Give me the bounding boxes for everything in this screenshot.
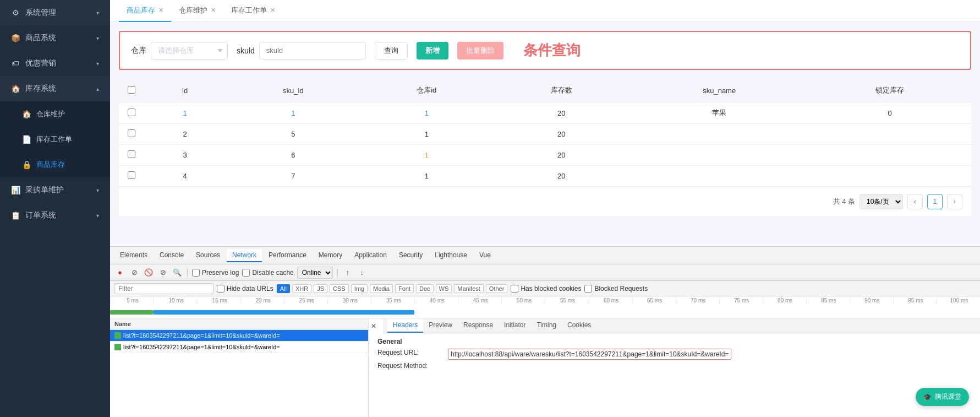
has-blocked-cookies-checkbox[interactable]: [511, 285, 518, 293]
detail-close-button[interactable]: ✕: [369, 319, 379, 333]
devtools-tab-memory[interactable]: Memory: [313, 249, 348, 262]
tab-close-icon[interactable]: ✕: [270, 7, 275, 14]
per-page-select[interactable]: 10条/页 20条/页 50条/页: [859, 194, 903, 209]
sidebar-item-stock-order[interactable]: 📄 库存工作单: [0, 127, 110, 152]
cell-warehouse-id[interactable]: 1: [360, 145, 492, 166]
devtools-detail-panel: ✕ Headers Preview Response Initiator Tim…: [369, 318, 980, 417]
sidebar-item-warehouse-maint[interactable]: 🏠 仓库维护: [0, 101, 110, 127]
sidebar-item-order-sys[interactable]: 📋 订单系统 ▾: [0, 203, 110, 228]
devtools-tab-vue[interactable]: Vue: [474, 249, 496, 262]
sidebar-item-label: 库存工作单: [36, 134, 72, 144]
devtools: Elements Console Sources Network Perform…: [110, 246, 980, 417]
sidebar-item-warehouse-sys[interactable]: 🏠 库存系统 ▴: [0, 76, 110, 101]
upload-icon[interactable]: ↑: [342, 267, 353, 278]
cell-stock: 20: [492, 145, 630, 166]
disable-cache-label[interactable]: Disable cache: [242, 269, 293, 277]
net-request-row-1[interactable]: list?t=1603542297211&page=1&limit=10&sku…: [110, 330, 368, 342]
blocked-requests-label[interactable]: Blocked Requests: [584, 285, 648, 293]
cell-id[interactable]: 1: [144, 102, 226, 124]
devtools-tab-lighthouse[interactable]: Lighthouse: [429, 249, 473, 262]
tl-25ms: 25 ms: [284, 297, 327, 304]
sidebar-item-sys-mgmt[interactable]: ⚙ 系统管理 ▾: [0, 0, 110, 25]
blocked-requests-checkbox[interactable]: [584, 285, 592, 293]
chevron-down-icon: ▾: [96, 10, 99, 16]
filter-all[interactable]: All: [277, 284, 290, 293]
sidebar-item-promo[interactable]: 🏷 优惠营销 ▾: [0, 51, 110, 76]
filter-types: All XHR JS CSS Img Media Font Doc WS Man…: [277, 284, 508, 293]
throttle-select[interactable]: Online: [297, 267, 333, 279]
add-button[interactable]: 新增: [417, 42, 448, 59]
row-checkbox[interactable]: [128, 129, 135, 137]
filter-css[interactable]: CSS: [330, 284, 349, 293]
filter-doc[interactable]: Doc: [416, 284, 434, 293]
filter-js[interactable]: JS: [314, 284, 327, 293]
devtools-tab-sources[interactable]: Sources: [190, 249, 226, 262]
filter-xhr[interactable]: XHR: [292, 284, 311, 293]
detail-tab-initiator[interactable]: Initiator: [499, 318, 531, 333]
prev-page-button[interactable]: ‹: [907, 194, 923, 209]
select-all-checkbox[interactable]: [128, 86, 135, 94]
tl-95ms: 95 ms: [893, 297, 937, 304]
batch-delete-button[interactable]: 批量删除: [457, 42, 503, 59]
sidebar-item-purchase-maint[interactable]: 📊 采购单维护 ▾: [0, 177, 110, 203]
tab-warehouse-maint[interactable]: 仓库维护 ✕: [171, 0, 223, 22]
filter-button[interactable]: ⊘: [157, 267, 168, 278]
net-request-row-2[interactable]: list?t=1603542297211&page=1&limit=10&sku…: [110, 342, 368, 353]
devtools-tab-security[interactable]: Security: [393, 249, 428, 262]
filter-media[interactable]: Media: [370, 284, 393, 293]
tab-stock-order[interactable]: 库存工作单 ✕: [223, 0, 283, 22]
devtools-tabbar: Elements Console Sources Network Perform…: [110, 247, 980, 264]
search-button[interactable]: 🔍: [172, 267, 183, 278]
tl-85ms: 85 ms: [806, 297, 850, 304]
warehouse-select[interactable]: 请选择仓库: [151, 42, 228, 59]
query-button[interactable]: 查询: [375, 42, 408, 59]
float-tencent-btn[interactable]: 🎓 腾讯课堂: [916, 388, 969, 406]
preserve-log-checkbox[interactable]: [192, 269, 200, 277]
detail-tab-response[interactable]: Response: [458, 318, 499, 333]
clear-button[interactable]: 🚫: [143, 267, 154, 278]
sidebar-item-label: 商品库存: [36, 160, 65, 170]
tab-close-icon[interactable]: ✕: [158, 7, 163, 14]
row-checkbox[interactable]: [128, 109, 135, 116]
download-icon[interactable]: ↓: [357, 267, 368, 278]
preserve-log-label[interactable]: Preserve log: [192, 269, 239, 277]
disable-cache-checkbox[interactable]: [242, 269, 250, 277]
filter-manifest[interactable]: Manifest: [454, 284, 484, 293]
row-checkbox[interactable]: [128, 171, 135, 179]
devtools-tab-performance[interactable]: Performance: [263, 249, 312, 262]
has-blocked-cookies-label[interactable]: Has blocked cookies: [511, 285, 581, 293]
filter-input[interactable]: [114, 283, 213, 294]
detail-tab-preview[interactable]: Preview: [423, 318, 458, 333]
row-checkbox[interactable]: [128, 150, 135, 158]
stop-button[interactable]: ⊘: [129, 267, 140, 278]
detail-tab-timing[interactable]: Timing: [531, 318, 562, 333]
next-page-button[interactable]: ›: [947, 194, 962, 209]
cell-warehouse-id[interactable]: 1: [360, 102, 492, 124]
devtools-tab-network[interactable]: Network: [227, 249, 262, 262]
hide-data-urls-label[interactable]: Hide data URLs: [217, 285, 273, 293]
table-row: 3 6 1 20: [119, 145, 971, 166]
skuid-input[interactable]: [259, 42, 366, 59]
tab-label: 仓库维护: [179, 6, 207, 15]
section-title: 条件查询: [523, 41, 581, 60]
filter-other[interactable]: Other: [486, 284, 508, 293]
tab-goods-stock[interactable]: 商品库存 ✕: [119, 0, 171, 22]
devtools-tab-application[interactable]: Application: [349, 249, 392, 262]
sidebar-item-goods-sys[interactable]: 📦 商品系统 ▾: [0, 25, 110, 51]
detail-tab-headers[interactable]: Headers: [387, 318, 423, 333]
devtools-tab-elements[interactable]: Elements: [114, 249, 153, 262]
detail-tab-cookies[interactable]: Cookies: [562, 318, 596, 333]
filter-img[interactable]: Img: [351, 284, 368, 293]
sidebar-item-label: 订单系统: [25, 210, 56, 220]
tab-close-icon[interactable]: ✕: [211, 7, 216, 14]
table-row: 4 7 1 20: [119, 166, 971, 187]
sidebar-item-goods-stock[interactable]: 🔒 商品库存: [0, 152, 110, 177]
hide-data-urls-checkbox[interactable]: [217, 285, 225, 293]
detail-tabs-row: ✕ Headers Preview Response Initiator Tim…: [369, 318, 980, 333]
filter-ws[interactable]: WS: [436, 284, 452, 293]
filter-font[interactable]: Font: [395, 284, 414, 293]
float-btn-label: 腾讯课堂: [935, 392, 961, 402]
devtools-tab-console[interactable]: Console: [154, 249, 189, 262]
record-button[interactable]: ●: [114, 267, 125, 278]
cell-sku-id[interactable]: 1: [226, 102, 360, 124]
